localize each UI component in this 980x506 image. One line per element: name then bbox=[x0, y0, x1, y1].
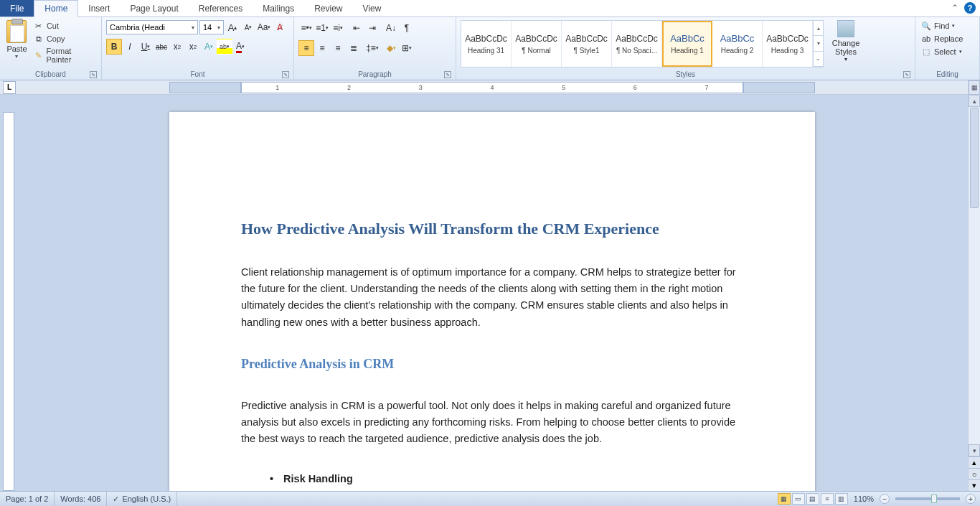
next-page[interactable]: ▾ bbox=[969, 479, 980, 491]
zoom-slider[interactable] bbox=[895, 497, 960, 500]
increase-indent-button[interactable]: ⇥ bbox=[364, 20, 380, 36]
ruler-toggle[interactable]: ▦ bbox=[969, 80, 980, 95]
font-color-button[interactable]: A▾ bbox=[232, 39, 248, 55]
decrease-indent-button[interactable]: ⇤ bbox=[349, 20, 364, 36]
underline-button[interactable]: U▾ bbox=[138, 39, 154, 55]
grow-font-button[interactable]: A▴ bbox=[225, 20, 240, 34]
tab-mailings[interactable]: Mailings bbox=[253, 0, 304, 17]
doc-paragraph-1[interactable]: Client relationship management is of opt… bbox=[241, 264, 743, 331]
align-left-button[interactable]: ≡ bbox=[298, 40, 314, 56]
style-heading2[interactable]: AaBbCcHeading 2 bbox=[712, 21, 763, 67]
zoom-level[interactable]: 110% bbox=[854, 495, 874, 503]
justify-button[interactable]: ≣ bbox=[346, 40, 362, 56]
styles-launcher[interactable]: ⬊ bbox=[903, 71, 910, 78]
view-full-screen[interactable]: ▭ bbox=[792, 493, 805, 505]
multilevel-button[interactable]: ≡i▾ bbox=[330, 20, 346, 36]
doc-heading-1[interactable]: How Predictive Analysis Will Transform t… bbox=[241, 220, 743, 238]
gallery-more[interactable]: ⌄ bbox=[814, 52, 823, 67]
tab-selector[interactable]: L bbox=[3, 81, 16, 94]
line-spacing-button[interactable]: ‡≡▾ bbox=[364, 40, 380, 56]
highlight-button[interactable]: ab▾ bbox=[217, 39, 232, 55]
status-words[interactable]: Words: 406 bbox=[55, 492, 107, 506]
replace-button[interactable]: abReplace bbox=[920, 33, 964, 44]
ruler-margin-left[interactable] bbox=[169, 82, 241, 93]
select-button[interactable]: ⬚Select▾ bbox=[920, 46, 964, 57]
borders-button[interactable]: ⊞▾ bbox=[399, 40, 415, 56]
scroll-up[interactable]: ▴ bbox=[969, 95, 980, 107]
align-center-button[interactable]: ≡ bbox=[314, 40, 330, 56]
style-normal[interactable]: AaBbCcDc¶ Normal bbox=[512, 21, 562, 67]
change-case-button[interactable]: Aa▾ bbox=[257, 20, 271, 34]
font-size-combo[interactable]: 14▾ bbox=[199, 20, 224, 34]
view-draft[interactable]: ▥ bbox=[835, 493, 848, 505]
browse-object[interactable]: ○ bbox=[969, 468, 980, 479]
copy-button[interactable]: ⧉Copy bbox=[32, 33, 98, 44]
change-styles-label: Change Styles bbox=[828, 39, 864, 56]
shading-button[interactable]: ◆▾ bbox=[383, 40, 399, 56]
help-icon[interactable]: ? bbox=[964, 2, 976, 14]
tab-review[interactable]: Review bbox=[304, 0, 352, 17]
file-tab[interactable]: File bbox=[0, 0, 34, 17]
tab-home[interactable]: Home bbox=[34, 0, 78, 17]
style-heading1[interactable]: AaBbCcHeading 1 bbox=[662, 21, 712, 67]
zoom-thumb[interactable] bbox=[931, 495, 937, 503]
scroll-thumb[interactable] bbox=[970, 108, 979, 208]
cut-button[interactable]: ✂Cut bbox=[32, 20, 98, 32]
ruler-margin-right[interactable] bbox=[743, 82, 815, 93]
zoom-in[interactable]: + bbox=[966, 494, 976, 504]
format-painter-button[interactable]: ✎Format Painter bbox=[32, 46, 98, 65]
prev-page[interactable]: ▴ bbox=[969, 456, 980, 468]
vertical-ruler[interactable] bbox=[3, 112, 14, 491]
doc-heading-2[interactable]: Predictive Analysis in CRM bbox=[241, 357, 743, 372]
copy-label: Copy bbox=[47, 34, 65, 43]
paragraph-launcher[interactable]: ⬊ bbox=[444, 71, 451, 78]
status-language[interactable]: ✓English (U.S.) bbox=[107, 492, 177, 506]
font-name-combo[interactable]: Cambria (Headi▾ bbox=[106, 20, 198, 34]
scroll-down[interactable]: ▾ bbox=[969, 444, 980, 456]
clear-formatting-button[interactable]: A̷ bbox=[273, 20, 287, 34]
horizontal-ruler[interactable]: 1 2 3 4 5 6 7 bbox=[241, 82, 743, 93]
doc-paragraph-2[interactable]: Predictive analysis in CRM is a powerful… bbox=[241, 398, 743, 448]
tab-references[interactable]: References bbox=[189, 0, 253, 17]
superscript-button[interactable]: x2 bbox=[185, 39, 201, 55]
text-effects-button[interactable]: A▾ bbox=[201, 39, 217, 55]
group-styles: AaBbCcDcHeading 31 AaBbCcDc¶ Normal AaBb… bbox=[456, 17, 915, 80]
subscript-button[interactable]: x2 bbox=[169, 39, 185, 55]
gallery-up[interactable]: ▴ bbox=[814, 21, 823, 36]
find-button[interactable]: 🔍Find▾ bbox=[920, 20, 964, 32]
minimize-ribbon-icon[interactable]: ⌃ bbox=[951, 3, 958, 13]
style-style1[interactable]: AaBbCcDc¶ Style1 bbox=[562, 21, 612, 67]
change-styles-button[interactable]: Change Styles ▾ bbox=[828, 20, 864, 62]
show-hide-button[interactable]: ¶ bbox=[399, 20, 415, 36]
menu-tabs-bar: File Home Insert Page Layout References … bbox=[0, 0, 980, 17]
shrink-font-button[interactable]: A▾ bbox=[241, 20, 255, 34]
doc-bullet-1[interactable]: Risk Handling bbox=[270, 473, 743, 484]
tab-insert[interactable]: Insert bbox=[78, 0, 120, 17]
bold-button[interactable]: B bbox=[106, 39, 122, 55]
bullets-button[interactable]: ≡•▾ bbox=[298, 20, 314, 36]
strike-button[interactable]: abc bbox=[154, 39, 169, 55]
tab-view[interactable]: View bbox=[353, 0, 392, 17]
paste-button[interactable]: Paste ▾ bbox=[3, 19, 31, 60]
replace-icon: ab bbox=[921, 34, 931, 44]
view-outline[interactable]: ≡ bbox=[821, 493, 834, 505]
sort-button[interactable]: A↓ bbox=[383, 20, 399, 36]
view-web-layout[interactable]: ▤ bbox=[806, 493, 819, 505]
style-heading31[interactable]: AaBbCcDcHeading 31 bbox=[461, 21, 512, 67]
view-print-layout[interactable]: ▦ bbox=[778, 493, 791, 505]
zoom-out[interactable]: − bbox=[880, 494, 890, 504]
status-page[interactable]: Page: 1 of 2 bbox=[0, 492, 55, 506]
status-bar: Page: 1 of 2 Words: 406 ✓English (U.S.) … bbox=[0, 491, 980, 506]
tab-page-layout[interactable]: Page Layout bbox=[120, 0, 188, 17]
change-styles-icon bbox=[837, 20, 854, 37]
numbering-button[interactable]: ≡1▾ bbox=[314, 20, 330, 36]
italic-button[interactable]: I bbox=[122, 39, 138, 55]
align-right-button[interactable]: ≡ bbox=[330, 40, 346, 56]
scissors-icon: ✂ bbox=[34, 21, 44, 31]
document-page[interactable]: How Predictive Analysis Will Transform t… bbox=[169, 112, 815, 491]
style-no-spacing[interactable]: AaBbCcDc¶ No Spaci... bbox=[612, 21, 662, 67]
gallery-down[interactable]: ▾ bbox=[814, 36, 823, 51]
clipboard-launcher[interactable]: ⬊ bbox=[90, 71, 97, 78]
font-launcher[interactable]: ⬊ bbox=[282, 71, 289, 78]
style-heading3[interactable]: AaBbCcDcHeading 3 bbox=[763, 21, 813, 67]
